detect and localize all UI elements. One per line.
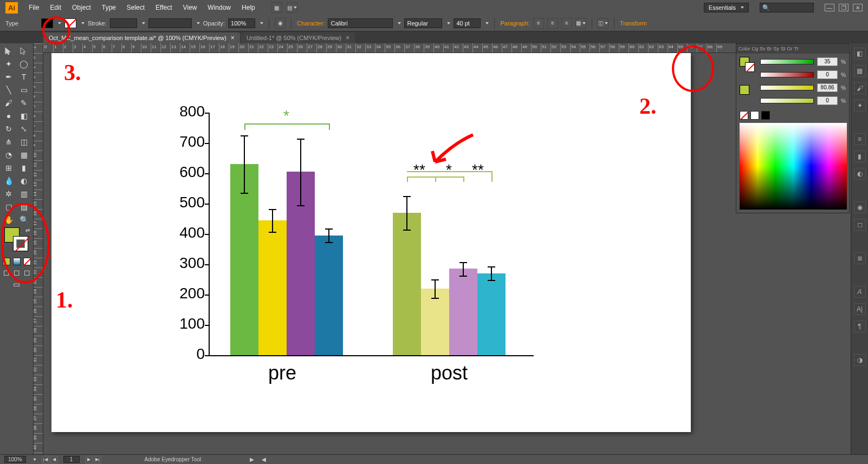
k-value[interactable]: 0 (817, 96, 838, 105)
paragraph-panel-icon[interactable]: A| (854, 303, 866, 315)
font-style-input[interactable]: Regular (404, 18, 442, 28)
menu-type[interactable]: Type (96, 4, 121, 11)
zoom-tool[interactable]: 🔍 (16, 213, 31, 226)
stroke-panel-icon[interactable]: ≡ (854, 133, 866, 145)
selection-tool[interactable] (1, 44, 16, 57)
symbol-sprayer-tool[interactable]: ✲ (1, 187, 16, 200)
type-tool[interactable]: T (16, 70, 31, 83)
transform-btn-icon[interactable]: ◫ (598, 18, 608, 29)
menu-help[interactable]: Help (236, 4, 261, 11)
symbols-panel-icon[interactable]: ✦ (854, 100, 866, 112)
workspace-switcher[interactable]: Essentials (704, 3, 749, 12)
font-family-input[interactable]: Calibri (328, 18, 393, 28)
pencil-tool[interactable]: ✎ (16, 96, 31, 109)
canvas[interactable]: 0100200300400500600700800prepost****** (43, 53, 851, 454)
character-panel-icon[interactable]: A (854, 286, 866, 298)
panel-tab[interactable]: St (781, 46, 786, 51)
eraser-tool[interactable]: ◧ (16, 109, 31, 122)
color-panel-icon[interactable]: ◧ (854, 48, 866, 60)
panel-tab-color[interactable]: Color (739, 46, 750, 51)
zoom-level[interactable]: 100% (4, 456, 26, 463)
rotate-tool[interactable]: ↻ (1, 122, 16, 135)
arrange-icon[interactable]: ▤ (287, 2, 297, 13)
graph-tool[interactable]: ▥ (16, 187, 31, 200)
search-input[interactable]: 🔍 (760, 3, 814, 12)
paragraph-label[interactable]: Paragraph: (500, 20, 529, 27)
none-swatch[interactable] (740, 111, 748, 120)
close-button[interactable]: ✕ (853, 4, 863, 11)
close-icon[interactable]: × (346, 34, 349, 42)
last-artboard-icon[interactable]: ▶| (94, 456, 101, 463)
panel-fill-stroke[interactable] (740, 57, 756, 73)
appearance-panel-icon[interactable]: ◉ (854, 201, 866, 213)
menu-object[interactable]: Object (67, 4, 96, 11)
close-icon[interactable]: × (231, 34, 235, 42)
color-mode-icon[interactable] (3, 258, 10, 265)
blend-tool[interactable]: ◐ (16, 174, 31, 187)
draw-inside-icon[interactable]: ◻ (22, 267, 32, 277)
align-center-icon[interactable]: ≡ (547, 18, 558, 29)
character-label[interactable]: Character: (297, 20, 325, 27)
width-tool[interactable]: ⋔ (1, 135, 16, 148)
secondary-swatch[interactable] (740, 85, 749, 95)
swap-fill-stroke-icon[interactable]: ⇄ (25, 227, 30, 233)
graphic-styles-panel-icon[interactable]: ◻ (854, 219, 866, 231)
transparency-panel-icon[interactable]: ◐ (854, 168, 866, 180)
next-artboard-icon[interactable]: ▶ (85, 456, 93, 463)
color-guide-panel-icon[interactable]: ◑ (854, 354, 866, 366)
font-size-input[interactable]: 40 pt (454, 18, 481, 28)
draw-behind-icon[interactable]: ◻ (12, 267, 22, 277)
slice-tool[interactable]: ▨ (16, 200, 31, 213)
menu-window[interactable]: Window (202, 4, 236, 11)
menu-select[interactable]: Select (121, 4, 150, 11)
align-dropdown-icon[interactable]: ▦ (575, 18, 586, 29)
panel-tab[interactable]: Gr (787, 46, 793, 51)
recolor-icon[interactable]: ◉ (275, 18, 286, 29)
lasso-tool[interactable]: ◯ (16, 57, 31, 70)
artboard-number[interactable]: 1 (63, 456, 80, 463)
bridge-icon[interactable]: ▦ (271, 2, 282, 13)
scale-tool[interactable]: ⤡ (16, 122, 31, 135)
opacity-input[interactable]: 100% (228, 18, 255, 28)
tab-document-2[interactable]: Untitled-1* @ 50% (CMYK/Preview) × (241, 32, 355, 43)
panel-tab[interactable]: Br (767, 46, 772, 51)
white-swatch[interactable] (750, 111, 759, 120)
rectangle-tool[interactable]: ▭ (16, 83, 31, 96)
fill-stroke-indicator[interactable]: ⇄ (1, 226, 32, 257)
layers-panel-icon[interactable]: ≣ (854, 252, 866, 264)
y-value[interactable]: 80.86 (817, 83, 838, 92)
align-left-icon[interactable]: ≡ (533, 18, 544, 29)
gradient-tool[interactable]: ▮ (16, 161, 31, 174)
fill-swatch[interactable] (41, 18, 53, 28)
mesh-tool[interactable]: ⊞ (1, 161, 16, 174)
panel-tab[interactable]: Cg (752, 46, 759, 51)
menu-file[interactable]: File (23, 4, 44, 11)
opentype-panel-icon[interactable]: ¶ (854, 321, 866, 332)
panel-tab[interactable]: Sv (760, 46, 766, 51)
panel-tab[interactable]: Sy (774, 46, 780, 51)
screen-mode-icon[interactable]: ▭ (9, 279, 24, 289)
color-spectrum[interactable] (740, 123, 847, 210)
panel-tab[interactable]: Tr (794, 46, 799, 51)
prev-artboard-icon[interactable]: ◀ (50, 456, 58, 463)
blob-brush-tool[interactable]: ● (1, 109, 16, 122)
perspective-tool[interactable]: ▦ (16, 148, 31, 161)
eyedropper-tool[interactable]: 💧 (1, 174, 16, 187)
first-artboard-icon[interactable]: |◀ (42, 456, 49, 463)
m-value[interactable]: 0 (817, 70, 838, 79)
none-mode-icon[interactable] (23, 258, 31, 265)
menu-edit[interactable]: Edit (44, 4, 67, 11)
k-slider[interactable] (760, 98, 814, 103)
gradient-panel-icon[interactable]: ▮ (854, 151, 866, 162)
stroke-color-swatch[interactable] (13, 236, 28, 251)
pen-tool[interactable]: ✒ (1, 70, 16, 83)
y-slider[interactable] (760, 85, 814, 90)
stroke-weight-input[interactable] (110, 18, 137, 28)
hand-tool[interactable]: ✋ (1, 213, 16, 226)
direct-selection-tool[interactable] (16, 44, 31, 57)
stroke-swatch[interactable] (64, 18, 76, 28)
magic-wand-tool[interactable]: ✦ (1, 57, 16, 70)
paintbrush-tool[interactable]: 🖌 (1, 96, 16, 109)
draw-normal-icon[interactable]: ◻ (2, 267, 11, 277)
m-slider[interactable] (760, 72, 814, 77)
